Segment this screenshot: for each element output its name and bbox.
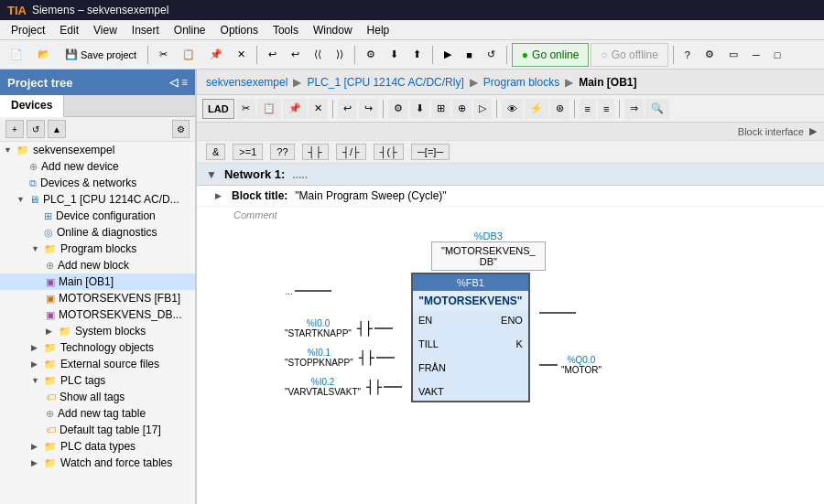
download-lad-btn[interactable]: ⬇ xyxy=(410,99,429,119)
breadcrumb-part3: Program blocks xyxy=(483,76,559,89)
menu-tools[interactable]: Tools xyxy=(266,22,306,38)
minimize-button[interactable]: ─ xyxy=(746,43,766,67)
tree-item-plc1[interactable]: ▼ 🖥 PLC_1 [CPU 1214C AC/D... xyxy=(0,191,195,208)
goto-btn[interactable]: ⇒ xyxy=(624,99,644,119)
sidebar-menu-icon[interactable]: ≡ xyxy=(181,76,188,89)
lad-btn[interactable]: LAD xyxy=(202,99,234,119)
menu-edit[interactable]: Edit xyxy=(52,22,86,38)
panel-toggle[interactable]: ▭ xyxy=(722,43,744,67)
lad-area[interactable]: ▼ Network 1: ..... ▶ Block title: "Main … xyxy=(197,164,824,504)
paste-button[interactable]: 📌 xyxy=(203,43,229,67)
menu-online[interactable]: Online xyxy=(167,22,213,38)
force-btn[interactable]: ⚡ xyxy=(525,99,548,119)
menu-project[interactable]: Project xyxy=(4,22,52,38)
chevron-down-icon: ▼ xyxy=(4,145,13,155)
delete-lad-btn[interactable]: ✕ xyxy=(309,99,328,119)
go-online-button[interactable]: ● Go online xyxy=(512,43,590,67)
zoom-btn[interactable]: ⊕ xyxy=(452,99,472,119)
timer-btn[interactable]: ─[=]─ xyxy=(411,144,450,160)
snap-btn[interactable]: ⊞ xyxy=(431,99,450,119)
copy-lad-btn[interactable]: 📋 xyxy=(257,99,281,119)
tree-item-add-device[interactable]: ⊕ Add new device xyxy=(0,158,195,175)
network-collapse-icon[interactable]: ▼ xyxy=(206,168,217,181)
main-layout: Project tree ◁ ≡ Devices + ↺ ▲ ⚙ ▼ 📁 sek… xyxy=(0,70,824,504)
paste-lad-btn[interactable]: 📌 xyxy=(283,99,307,119)
test-btn[interactable]: ▷ xyxy=(473,99,492,119)
new-item-btn[interactable]: + xyxy=(5,120,24,138)
settings-tree-btn[interactable]: ⚙ xyxy=(172,120,190,138)
coil-btn[interactable]: ┤(├ xyxy=(374,144,404,160)
tree-item-devices-networks[interactable]: ⧉ Devices & networks xyxy=(0,175,195,191)
go-offline-button[interactable]: ○ Go offline xyxy=(591,43,667,67)
undo-button[interactable]: ↩ xyxy=(262,43,283,67)
show-force-btn[interactable]: ⊛ xyxy=(550,99,569,119)
more1-btn[interactable]: ≡ xyxy=(580,99,596,119)
tree-item-add-block[interactable]: ⊕ Add new block xyxy=(0,257,195,273)
find-btn[interactable]: 🔍 xyxy=(645,99,669,119)
cut-button[interactable]: ✂ xyxy=(153,43,174,67)
input2-tag: "STOPPKNAPP" xyxy=(285,358,353,368)
block-interface-toggle-icon[interactable]: ▶ xyxy=(809,125,817,137)
help-button[interactable]: ? xyxy=(678,43,697,67)
tree-item-system-blocks[interactable]: ▶ 📁 System blocks xyxy=(0,323,195,339)
tree-item-motorsekvens-db[interactable]: ▣ MOTORSEKVENS_DB... xyxy=(0,306,195,323)
contact-btn[interactable]: ┤├ xyxy=(302,144,330,160)
go-online-icon: ● xyxy=(522,48,528,61)
devices-tab[interactable]: Devices xyxy=(0,95,64,117)
tree-item-plc-tags[interactable]: ▼ 📁 PLC tags xyxy=(0,372,195,389)
and-btn[interactable]: & xyxy=(206,144,225,160)
upload-button[interactable]: ⬆ xyxy=(407,43,428,67)
tree-item-default-tag-table[interactable]: 🏷 Default tag table [17] xyxy=(0,422,195,438)
cut-lad-btn[interactable]: ✂ xyxy=(236,99,255,119)
tree-item-external-sources[interactable]: ▶ 📁 External source files xyxy=(0,356,195,372)
delete-button[interactable]: ✕ xyxy=(231,43,252,67)
step-back-button[interactable]: ⟨⟨ xyxy=(308,43,328,67)
tree-label-plc-tags: PLC tags xyxy=(60,374,105,387)
undo-lad-btn[interactable]: ↩ xyxy=(338,99,357,119)
tree-item-online-diag[interactable]: ◎ Online & diagnostics xyxy=(0,224,195,241)
tag-table-icon: 🏷 xyxy=(46,424,56,435)
tree-item-main-ob1[interactable]: ▣ Main [OB1] xyxy=(0,273,195,290)
new-button[interactable]: 📄 xyxy=(4,43,29,67)
menu-options[interactable]: Options xyxy=(213,22,266,38)
maximize-button[interactable]: □ xyxy=(768,43,787,67)
mres-button[interactable]: ↺ xyxy=(481,43,502,67)
db-icon: ▣ xyxy=(46,309,55,321)
nc-btn[interactable]: ┤/├ xyxy=(336,144,366,160)
tree-item-device-config[interactable]: ⊞ Device configuration xyxy=(0,208,195,224)
monitor-btn[interactable]: 👁 xyxy=(502,99,523,119)
compile-button[interactable]: ⚙ xyxy=(360,43,382,67)
more2-btn[interactable]: ≡ xyxy=(598,99,614,119)
comment-row: Comment xyxy=(197,207,824,223)
gte1-btn[interactable]: >=1 xyxy=(233,144,263,160)
tree-item-show-all-tags[interactable]: 🏷 Show all tags xyxy=(0,389,195,405)
open-button[interactable]: 📂 xyxy=(31,43,57,67)
download-button[interactable]: ⬇ xyxy=(384,43,405,67)
tree-item-motorsekvens-fb1[interactable]: ▣ MOTORSEKVENS [FB1] xyxy=(0,290,195,306)
copy-button[interactable]: 📋 xyxy=(176,43,201,67)
stop-button[interactable]: ■ xyxy=(460,43,479,67)
sidebar-header-icons: ◁ ≡ xyxy=(169,76,188,89)
start-button[interactable]: ▶ xyxy=(438,43,458,67)
collapse-btn[interactable]: ▲ xyxy=(48,120,66,138)
step-fwd-button[interactable]: ⟩⟩ xyxy=(330,43,350,67)
redo-lad-btn[interactable]: ↪ xyxy=(359,99,378,119)
menu-insert[interactable]: Insert xyxy=(125,22,167,38)
tree-item-watch-force[interactable]: ▶ 📁 Watch and force tables xyxy=(0,455,195,471)
menu-view[interactable]: View xyxy=(86,22,125,38)
menu-help[interactable]: Help xyxy=(360,22,397,38)
tree-item-sekvensexempel[interactable]: ▼ 📁 sekvensexempel xyxy=(0,142,195,158)
sidebar-collapse-icon[interactable]: ◁ xyxy=(169,76,178,89)
save-button[interactable]: 💾 Save project xyxy=(59,43,143,67)
tree-item-plc-data-types[interactable]: ▶ 📁 PLC data types xyxy=(0,438,195,455)
compile-lad-btn[interactable]: ⚙ xyxy=(388,99,408,119)
redo-button[interactable]: ↩ xyxy=(285,43,306,67)
tree-item-technology-objects[interactable]: ▶ 📁 Technology objects xyxy=(0,339,195,356)
refresh-btn[interactable]: ↺ xyxy=(27,120,45,138)
menu-window[interactable]: Window xyxy=(306,22,360,38)
breadcrumb: sekvensexempel ▶ PLC_1 [CPU 1214C AC/DC/… xyxy=(197,70,824,95)
box-btn[interactable]: ?? xyxy=(270,144,294,160)
tree-item-program-blocks[interactable]: ▼ 📁 Program blocks xyxy=(0,241,195,257)
settings-button[interactable]: ⚙ xyxy=(699,43,721,67)
tree-item-add-tag-table[interactable]: ⊕ Add new tag table xyxy=(0,405,195,422)
